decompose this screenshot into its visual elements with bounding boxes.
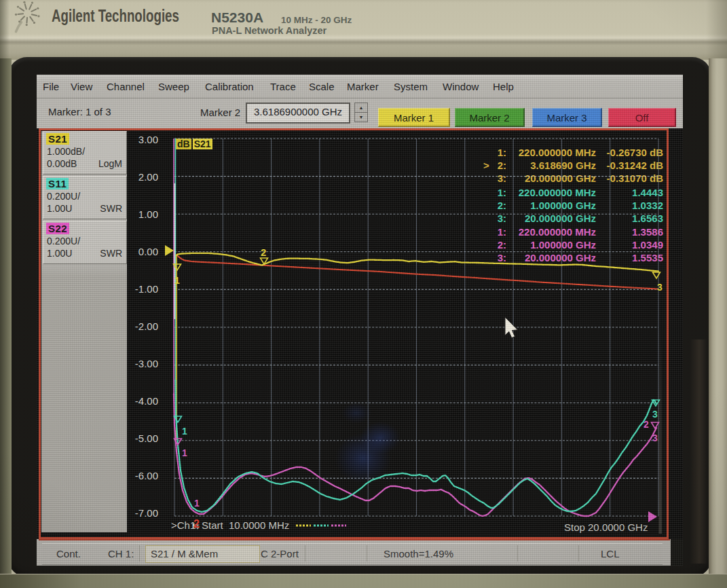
svg-text:1: 1	[174, 275, 180, 286]
svg-text:3: 3	[657, 282, 663, 293]
svg-text:3: 3	[652, 409, 658, 420]
svg-text:1: 1	[182, 447, 187, 458]
svg-text:2: 2	[644, 419, 649, 430]
svg-text:3: 3	[652, 433, 658, 443]
svg-text:1: 1	[182, 426, 187, 437]
svg-text:1: 1	[194, 498, 200, 509]
svg-text:2: 2	[261, 246, 266, 258]
